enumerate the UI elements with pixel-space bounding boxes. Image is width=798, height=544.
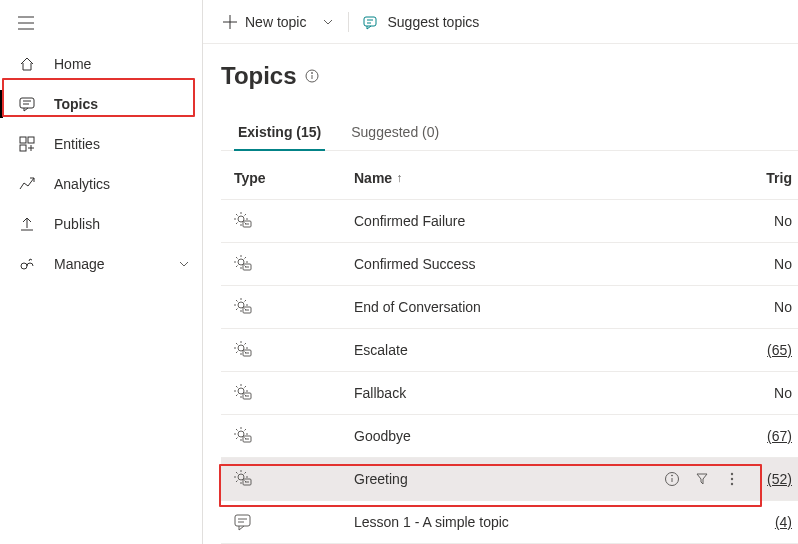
suggest-icon [363,14,379,30]
table-row[interactable]: Lesson 1 - A simple topic(4) [221,501,798,544]
row-type-icon [234,470,354,488]
page-title: Topics [221,62,798,90]
svg-rect-7 [28,137,34,143]
row-trigger: No [758,299,798,315]
entities-icon [18,135,36,153]
table-header: Type Name ↑ Trig [221,157,798,200]
filter-icon[interactable] [694,471,710,487]
row-trigger: No [758,385,798,401]
manage-icon [18,255,36,273]
row-name[interactable]: Confirmed Failure [354,213,638,229]
svg-point-47 [731,478,733,480]
row-name[interactable]: Greeting [354,471,638,487]
row-trigger[interactable]: (65) [758,342,798,358]
nav-item-label: Entities [54,136,190,152]
row-actions [638,471,758,487]
hamburger-icon [18,16,34,30]
tab-suggested[interactable]: Suggested (0) [347,114,443,150]
info-icon[interactable] [305,69,319,83]
nav-item-home[interactable]: Home [0,44,202,84]
chat-icon [18,95,36,113]
topics-table: Type Name ↑ Trig Confirmed FailureNo [221,157,798,544]
table-row[interactable]: Confirmed SuccessNo [221,243,798,286]
row-name[interactable]: Lesson 1 - A simple topic [354,514,638,530]
svg-rect-6 [20,137,26,143]
nav-item-label: Home [54,56,190,72]
publish-icon [18,215,36,233]
hamburger-button[interactable] [0,10,202,44]
new-topic-label: New topic [245,14,306,30]
row-type-icon [234,298,354,316]
chevron-down-icon [178,258,190,270]
row-trigger: No [758,256,798,272]
row-type-icon [234,513,354,531]
svg-point-45 [672,475,673,476]
row-trigger[interactable]: (67) [758,428,798,444]
content-area: Topics Existing (15) Suggested (0) Type [203,44,798,544]
svg-point-48 [731,483,733,485]
row-type-icon [234,427,354,445]
more-icon[interactable] [724,471,740,487]
table-row[interactable]: End of ConversationNo [221,286,798,329]
suggest-topics-button[interactable]: Suggest topics [357,6,485,38]
nav-item-label: Analytics [54,176,190,192]
nav-item-manage[interactable]: Manage [0,244,202,284]
new-topic-button[interactable]: New topic [217,6,312,38]
plus-icon [223,15,237,29]
row-name[interactable]: Confirmed Success [354,256,638,272]
nav-item-analytics[interactable]: Analytics [0,164,202,204]
sort-asc-icon: ↑ [396,171,402,185]
home-icon [18,55,36,73]
row-trigger[interactable]: (52) [758,471,798,487]
analytics-icon [18,175,36,193]
table-row[interactable]: Greeting(52) [221,458,798,501]
column-header-name[interactable]: Name ↑ [354,170,638,186]
row-trigger: No [758,213,798,229]
info-icon[interactable] [664,471,680,487]
tab-existing[interactable]: Existing (15) [234,114,325,150]
row-type-icon [234,341,354,359]
command-bar: New topic Suggest topics [203,0,798,44]
nav-item-label: Topics [54,96,190,112]
nav-item-topics[interactable]: Topics [0,84,202,124]
row-name[interactable]: End of Conversation [354,299,638,315]
tab-suggested-label: Suggested (0) [351,124,439,140]
tab-existing-label: Existing (15) [238,124,321,140]
table-row[interactable]: FallbackNo [221,372,798,415]
svg-rect-3 [20,98,34,108]
svg-rect-16 [364,17,376,26]
row-name[interactable]: Goodbye [354,428,638,444]
svg-point-13 [21,263,27,269]
column-header-trigger[interactable]: Trig [758,170,798,186]
nav-item-label: Publish [54,216,190,232]
table-row[interactable]: Escalate(65) [221,329,798,372]
svg-point-46 [731,473,733,475]
row-name[interactable]: Escalate [354,342,638,358]
nav-item-entities[interactable]: Entities [0,124,202,164]
main-panel: New topic Suggest topics [203,0,798,544]
nav-item-label: Manage [54,256,178,272]
svg-point-21 [311,73,312,74]
row-name[interactable]: Fallback [354,385,638,401]
row-type-icon [234,212,354,230]
page-title-text: Topics [221,62,297,90]
sidebar: HomeTopicsEntitiesAnalyticsPublishManage [0,0,203,544]
row-trigger[interactable]: (4) [758,514,798,530]
separator [348,12,349,32]
row-type-icon [234,255,354,273]
chevron-down-icon [322,16,334,28]
new-topic-dropdown[interactable] [316,6,340,38]
tabs: Existing (15) Suggested (0) [221,114,798,151]
suggest-topics-label: Suggest topics [387,14,479,30]
svg-rect-8 [20,145,26,151]
table-row[interactable]: Confirmed FailureNo [221,200,798,243]
row-type-icon [234,384,354,402]
nav-item-publish[interactable]: Publish [0,204,202,244]
svg-rect-49 [235,515,250,526]
table-row[interactable]: Goodbye(67) [221,415,798,458]
column-header-type[interactable]: Type [234,170,354,186]
